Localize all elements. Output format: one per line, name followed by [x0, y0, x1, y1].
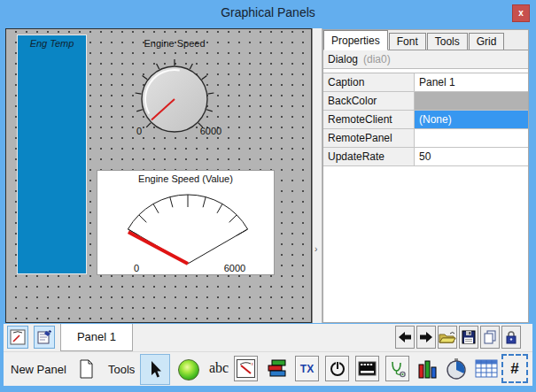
panel-tab[interactable]: Panel 1: [60, 324, 133, 351]
fan-gauge-drawing: 0 6000: [97, 171, 276, 276]
lcd-display-tool-button[interactable]: [355, 356, 379, 381]
property-row-remoteclient[interactable]: RemoteClient (None): [323, 111, 528, 129]
splitter-arrow-icon: ›: [315, 244, 317, 254]
led-tool-button[interactable]: [178, 359, 199, 380]
diagnostics-tool-button[interactable]: [385, 356, 409, 381]
stacked-bars-icon: [267, 358, 288, 380]
property-sheet-icon: [36, 329, 52, 345]
property-row-backcolor[interactable]: BackColor: [323, 92, 528, 111]
tab-font[interactable]: Font: [389, 33, 426, 50]
hash-icon: #: [510, 360, 518, 378]
property-value[interactable]: Panel 1: [415, 73, 528, 91]
window-titlebar: Graphical Panels x: [0, 0, 536, 27]
property-value-selected[interactable]: (None): [415, 111, 528, 128]
power-icon: [329, 359, 346, 378]
design-canvas[interactable]: Eng Temp Engine Speed 0 6000 Engine S: [5, 28, 312, 323]
open-folder-icon: [439, 330, 456, 344]
properties-panel: Properties Font Tools Grid Dialog(dia0) …: [322, 29, 529, 323]
power-tool-button[interactable]: [325, 356, 349, 381]
object-id: (dia0): [363, 53, 391, 65]
property-row-updaterate[interactable]: UpdateRate 50: [323, 148, 528, 166]
bar-chart-icon: [417, 358, 438, 380]
eng-temp-widget[interactable]: Eng Temp: [17, 35, 87, 274]
new-panel-button[interactable]: New Panel: [11, 363, 66, 376]
lock-icon: [505, 330, 517, 344]
close-button[interactable]: x: [512, 4, 530, 22]
property-name: Caption: [323, 73, 415, 91]
save-floppy-icon: [462, 330, 476, 344]
save-button[interactable]: [459, 326, 478, 349]
object-header-row: Dialog(dia0): [323, 50, 528, 69]
dial-max-label: 6000: [200, 126, 221, 136]
new-page-button[interactable]: [74, 356, 98, 381]
property-name: BackColor: [323, 92, 415, 110]
properties-view-button[interactable]: [34, 326, 55, 349]
window-title: Graphical Panels: [0, 5, 536, 19]
main-toolbar: New Panel Tools abc x TX: [4, 351, 532, 386]
copy-pages-icon: [483, 330, 497, 344]
backcolor-swatch[interactable]: [415, 92, 528, 110]
lcd-display-icon: [358, 359, 377, 378]
text-tool-button[interactable]: abc: [205, 360, 233, 376]
tools-button[interactable]: Tools: [108, 363, 135, 376]
table-grid-icon: [475, 358, 498, 379]
cursor-arrow-icon: [148, 360, 162, 379]
dial-min-label: 0: [136, 126, 142, 136]
property-row-remotepanel[interactable]: RemotePanel: [323, 129, 528, 148]
properties-tabstrip: Properties Font Tools Grid: [323, 30, 528, 50]
grid-snap-tool-button[interactable]: #: [501, 354, 528, 383]
stethoscope-icon: [388, 359, 407, 378]
close-icon: x: [518, 8, 524, 18]
tab-properties[interactable]: Properties: [323, 30, 388, 50]
fan-max-label: 6000: [224, 263, 245, 273]
copy-button[interactable]: [480, 326, 500, 349]
gauge-view-button[interactable]: [7, 326, 28, 349]
mini-gauge-icon: [10, 329, 26, 345]
property-name: RemotePanel: [323, 129, 415, 147]
lock-button[interactable]: [501, 326, 521, 349]
timer-tool-button[interactable]: [444, 356, 468, 381]
property-value[interactable]: [415, 129, 528, 147]
select-tool-button[interactable]: [140, 354, 170, 385]
panel-tab-bar: Panel 1: [4, 324, 532, 351]
bar-chart-tool-button[interactable]: [416, 356, 439, 381]
object-name: Dialog: [328, 53, 358, 65]
forward-arrow-icon: [419, 331, 433, 343]
table-tool-button[interactable]: [474, 356, 498, 381]
forward-button[interactable]: [416, 326, 436, 349]
property-grid: Caption Panel 1 BackColor RemoteClient (…: [323, 73, 528, 166]
open-button[interactable]: [438, 326, 457, 349]
property-row-caption[interactable]: Caption Panel 1: [323, 73, 528, 92]
back-arrow-icon: [398, 331, 412, 343]
property-name: UpdateRate: [323, 148, 415, 165]
engine-speed-dial-gauge[interactable]: 0 6000: [120, 45, 229, 139]
gauge-tool-icon: x: [237, 359, 255, 378]
property-name: RemoteClient: [323, 111, 415, 128]
timer-clock-icon: [445, 357, 468, 380]
slider-stack-tool-button[interactable]: [265, 356, 289, 381]
tab-tools[interactable]: Tools: [427, 33, 468, 50]
fan-min-label: 0: [134, 263, 139, 273]
tx-icon: TX: [300, 363, 314, 375]
tab-grid[interactable]: Grid: [469, 33, 505, 50]
blank-page-icon: [79, 359, 94, 379]
engine-speed-value-gauge[interactable]: Engine Speed (Value) 0 6000: [97, 170, 275, 275]
panel-splitter[interactable]: ›: [312, 28, 322, 323]
property-value[interactable]: 50: [415, 148, 528, 165]
tx-tool-button[interactable]: TX: [295, 356, 319, 381]
eng-temp-label: Eng Temp: [18, 38, 86, 49]
back-button[interactable]: [395, 326, 415, 349]
gauge-tool-button[interactable]: x: [234, 356, 258, 381]
